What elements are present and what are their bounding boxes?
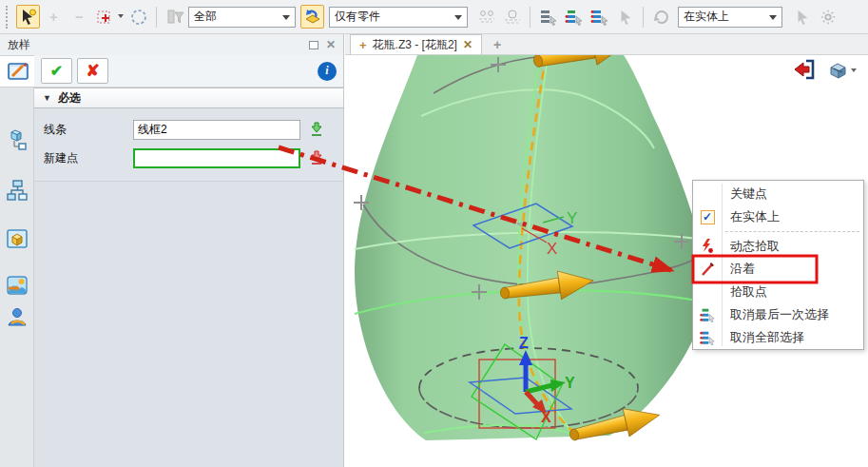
pick-filter-button[interactable] (163, 5, 186, 29)
menu-item-label: 沿着 (722, 261, 755, 278)
cursor-icon (617, 9, 634, 26)
triad-axis-z-label: Z (519, 335, 529, 351)
view-cube-icon (827, 60, 849, 80)
menu-item-pick-point[interactable]: 拾取点 (693, 281, 863, 303)
pick-last-list-button[interactable] (536, 5, 560, 29)
cycle-pick-button[interactable] (649, 5, 673, 29)
tab-assembly-manager[interactable] (0, 174, 34, 206)
panel-float-button[interactable] (309, 41, 318, 49)
smart-pick-button[interactable] (16, 5, 40, 29)
new-document-tab-button[interactable]: + (482, 34, 512, 54)
menu-item-dynamic-pick[interactable]: 动态拾取 (693, 235, 863, 258)
minus-icon: − (75, 10, 84, 24)
menu-gutter-divider (722, 184, 723, 346)
line-field-label: 线条 (44, 122, 133, 138)
multi-pick-button[interactable] (93, 5, 117, 29)
loop-pick-button[interactable] (500, 5, 524, 29)
ok-button[interactable]: ✔ (41, 58, 72, 84)
chevron-down-icon (454, 15, 462, 24)
chevron-down-icon (282, 15, 290, 24)
loop-curve-icon (503, 8, 522, 27)
pick-box-plus-icon (96, 8, 115, 27)
gear-icon (820, 9, 837, 26)
hierarchy-icon (6, 179, 29, 202)
lightning-icon (700, 239, 715, 254)
document-tab-title: 花瓶.Z3 - [花瓶2] (373, 37, 457, 53)
tab-history-manager[interactable] (0, 124, 34, 156)
tab-visual-manager[interactable] (0, 269, 34, 302)
line-input[interactable] (133, 120, 300, 140)
menu-item-label: 取消全部选择 (722, 329, 804, 346)
toolbar-separator (156, 7, 157, 28)
line-field-row: 线条 (44, 115, 338, 144)
reselect-button[interactable] (613, 5, 637, 29)
lasso-circle-icon (129, 8, 148, 27)
solid-cube-icon (6, 227, 29, 250)
newpoint-input[interactable] (133, 148, 300, 168)
add-selection-button[interactable]: + (42, 5, 66, 29)
cancel-button[interactable]: ✘ (77, 58, 108, 84)
zw3d-app-window: + − 全部 (0, 0, 868, 467)
panel-close-button[interactable]: ✕ (326, 39, 336, 50)
list-undo-all-icon (590, 8, 609, 27)
menu-item-label: 关键点 (722, 185, 767, 203)
info-button[interactable]: i (318, 62, 337, 81)
menu-separator (725, 231, 859, 232)
menu-item-along[interactable]: 沿着 (693, 258, 863, 281)
undo-last-pick-button[interactable] (562, 5, 586, 29)
newpoint-ok-arrow-button[interactable] (309, 150, 324, 166)
chain-curve-icon (477, 8, 496, 27)
chevron-down-icon (851, 68, 857, 75)
newpoint-field-row: 新建点 (44, 144, 338, 172)
required-section-label: 必选 (58, 90, 81, 107)
remove-selection-button[interactable]: − (68, 5, 91, 29)
cross-icon: ✘ (86, 61, 99, 81)
command-button-row: ✔ ✘ i (34, 55, 343, 88)
menu-item-on-entity[interactable]: ✓ 在实体上 (693, 205, 863, 228)
red-down-arrow-icon (309, 150, 324, 166)
document-tabbar: + 花瓶.Z3 - [花瓶2] ✕ + (345, 34, 868, 55)
pick-from-part-toggle[interactable] (300, 5, 324, 29)
new-tab-plus-icon: + (493, 37, 501, 52)
list-undo-last-icon (565, 8, 584, 27)
manager-tab-strip (0, 55, 34, 467)
menu-item-keypoints[interactable]: 关键点 (693, 183, 863, 205)
toolbar-separator (530, 7, 530, 28)
check-icon: ✔ (50, 62, 63, 80)
entity-filter-value: 全部 (194, 9, 217, 25)
dropdown-caret-icon (118, 14, 124, 21)
smart-pick-cursor-icon (19, 8, 38, 27)
panel-body: ✔ ✘ i ▼ 必选 线条 (0, 55, 343, 467)
along-pen-icon (700, 262, 715, 277)
document-tab-active[interactable]: + 花瓶.Z3 - [花瓶2] ✕ (350, 34, 482, 54)
rotate-arrows-icon (652, 8, 671, 27)
pick-scope-dropdown[interactable]: 仅有零件 (329, 7, 468, 28)
point-pick-mode-dropdown[interactable]: 在实体上 (678, 7, 782, 28)
tab-view-manager[interactable] (0, 223, 34, 255)
entity-filter-dropdown[interactable]: 全部 (188, 7, 296, 28)
undo-all-picks-icon (700, 330, 716, 346)
lasso-pick-button[interactable] (126, 5, 150, 29)
tab-close-icon[interactable]: ✕ (463, 38, 473, 51)
menu-item-label: 取消最后一次选择 (722, 306, 829, 323)
menu-item-undo-all-picks[interactable]: 取消全部选择 (693, 326, 863, 349)
pick-settings-button[interactable] (816, 5, 839, 29)
toolbar-drag-handle[interactable] (6, 6, 11, 29)
pick-context-menu: 关键点 ✓ 在实体上 动态拾取 (692, 180, 864, 350)
exit-sketch-icon[interactable] (793, 59, 816, 80)
tab-expand-icon[interactable]: + (359, 38, 367, 52)
menu-item-undo-last-pick[interactable]: 取消最后一次选择 (693, 303, 863, 326)
tab-role-manager[interactable] (0, 301, 34, 333)
chain-pick-button[interactable] (474, 5, 498, 29)
pick-point-cursor-button[interactable] (790, 5, 814, 29)
line-ok-arrow-button[interactable] (309, 122, 324, 138)
view-orientation-button[interactable] (827, 60, 857, 80)
undo-last-pick-icon (700, 307, 716, 323)
surface-arrow-icon (303, 8, 322, 27)
required-section-header[interactable]: ▼ 必选 (34, 88, 343, 108)
tab-command-form[interactable] (0, 55, 35, 88)
undo-all-pick-button[interactable] (588, 5, 611, 29)
newpoint-field-label: 新建点 (44, 150, 133, 166)
loft-form: ✔ ✘ i ▼ 必选 线条 (34, 55, 343, 467)
selection-toolbar: + − 全部 (0, 0, 868, 34)
